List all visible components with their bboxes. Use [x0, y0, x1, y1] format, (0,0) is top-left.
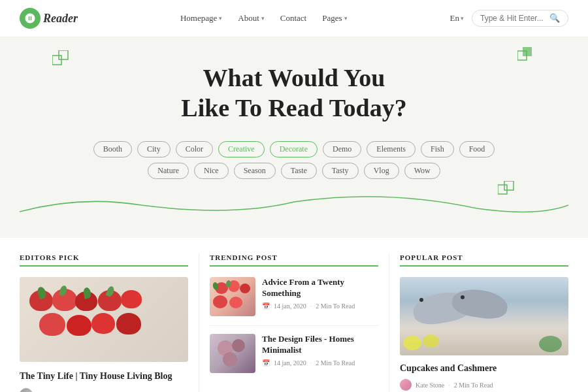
svg-rect-3 — [523, 47, 532, 56]
calendar-icon-2: 📅 — [262, 359, 270, 367]
tags-row1: BoothCityColorCreativeDecorateDemoElemen… — [20, 141, 568, 157]
trending-title-2[interactable]: The Design Files - Homes Minimalist — [262, 334, 378, 356]
trending-post-title: TRENDING POST — [210, 253, 378, 261]
trending-thumb-1 — [210, 277, 255, 316]
trending-content-2: The Design Files - Homes Minimalist 📅 14… — [262, 334, 378, 373]
trending-content-1: Advice From a Twenty Something 📅 14 jan,… — [262, 277, 378, 316]
tag-tasty[interactable]: Tasty — [322, 163, 359, 179]
trending-date-2: 14 jan, 2020 — [274, 359, 306, 367]
deco-squares-topright — [517, 47, 536, 68]
tag-creative[interactable]: Creative — [218, 141, 265, 157]
navbar: Reader Homepage ▾ About ▾ Contact Pages … — [0, 0, 588, 37]
tag-city[interactable]: City — [137, 141, 171, 157]
tag-fish[interactable]: Fish — [421, 141, 454, 157]
popular-post-post-title[interactable]: Cupcakes and Cashmere — [400, 363, 568, 374]
tag-taste[interactable]: Taste — [281, 163, 317, 179]
tag-decorate[interactable]: Decorate — [270, 141, 318, 157]
editors-pick-section: EDITORS PICK The Tiny Life | Tin — [20, 253, 199, 392]
tag-nature[interactable]: Nature — [148, 163, 189, 179]
popular-post-meta: Kate Stone · 2 Min To Read — [400, 379, 568, 391]
trending-thumb-2 — [210, 334, 255, 373]
calendar-icon-1: 📅 — [262, 302, 270, 310]
trending-read-time-1: 2 Min To Read — [316, 302, 355, 310]
pages-chevron-icon: ▾ — [344, 15, 348, 22]
language-selector[interactable]: En ▾ — [450, 13, 464, 24]
logo-icon — [20, 8, 41, 29]
about-chevron-icon: ▾ — [261, 15, 265, 22]
tag-vlog[interactable]: Vlog — [364, 163, 399, 179]
popular-post-author: Kate Stone — [416, 382, 444, 389]
trending-divider — [210, 325, 378, 326]
editors-pick-meta: Charls Xaviar · 2 Min To Read — [20, 388, 188, 392]
tag-nice[interactable]: Nice — [194, 163, 229, 179]
nav-pages[interactable]: Pages ▾ — [322, 13, 347, 24]
tag-wow[interactable]: Wow — [404, 163, 440, 179]
lang-chevron-icon: ▾ — [461, 15, 464, 22]
tag-color[interactable]: Color — [176, 141, 213, 157]
tags-row2: NatureNiceSeasonTasteTastyVlogWow — [20, 163, 568, 179]
nav-right: En ▾ 🔍 — [450, 10, 568, 27]
search-input[interactable] — [480, 14, 546, 23]
hero-section: What Would You Like To Read Today? Booth… — [0, 37, 588, 238]
svg-rect-5 — [504, 181, 514, 190]
trending-read-time-2: 2 Min To Read — [316, 359, 355, 367]
nav-contact[interactable]: Contact — [280, 13, 306, 24]
editors-pick-avatar — [20, 388, 33, 392]
editors-pick-image — [20, 277, 188, 362]
tag-booth[interactable]: Booth — [93, 141, 132, 157]
search-box[interactable]: 🔍 — [472, 10, 568, 27]
homepage-chevron-icon: ▾ — [219, 15, 222, 22]
editors-pick-post-title[interactable]: The Tiny Life | Tiny House Living Blog — [20, 370, 188, 383]
main-sections: EDITORS PICK The Tiny Life | Tin — [0, 238, 588, 392]
trending-post-underline — [210, 265, 378, 267]
popular-post-avatar — [400, 379, 412, 391]
editors-pick-underline — [20, 265, 188, 267]
trending-title-1[interactable]: Advice From a Twenty Something — [262, 277, 378, 299]
trending-date-1: 14 jan, 2020 — [274, 302, 306, 310]
tag-season[interactable]: Season — [234, 163, 276, 179]
logo[interactable]: Reader — [20, 8, 78, 29]
popular-post-section: POPULAR POST Cupcakes and Cashmere Kate — [389, 253, 568, 392]
nav-links: Homepage ▾ About ▾ Contact Pages ▾ — [180, 13, 348, 24]
trending-post-section: TRENDING POST Advice From a Twenty Somet… — [199, 253, 389, 392]
popular-post-title: POPULAR POST — [400, 253, 568, 261]
editors-pick-title: EDITORS PICK — [20, 253, 188, 261]
logo-text: Reader — [43, 12, 78, 25]
tag-food[interactable]: Food — [459, 141, 495, 157]
deco-squares-topleft — [52, 50, 72, 73]
nav-about[interactable]: About ▾ — [238, 13, 265, 24]
svg-rect-0 — [52, 56, 61, 65]
tag-demo[interactable]: Demo — [323, 141, 361, 157]
nav-homepage[interactable]: Homepage ▾ — [180, 13, 222, 24]
svg-rect-1 — [59, 50, 68, 59]
trending-meta-2: 📅 14 jan, 2020 · 2 Min To Read — [262, 359, 378, 367]
hero-title: What Would You Like To Read Today? — [20, 63, 568, 123]
trending-item-2: The Design Files - Homes Minimalist 📅 14… — [210, 334, 378, 373]
search-icon[interactable]: 🔍 — [549, 13, 560, 24]
popular-post-read-time: 2 Min To Read — [454, 382, 493, 389]
trending-meta-1: 📅 14 jan, 2020 · 2 Min To Read — [262, 302, 378, 310]
trending-item-1: Advice From a Twenty Something 📅 14 jan,… — [210, 277, 378, 316]
popular-post-underline — [400, 265, 568, 267]
wave-decoration — [20, 192, 568, 218]
popular-post-image — [400, 277, 568, 355]
tag-elements[interactable]: Elements — [367, 141, 416, 157]
